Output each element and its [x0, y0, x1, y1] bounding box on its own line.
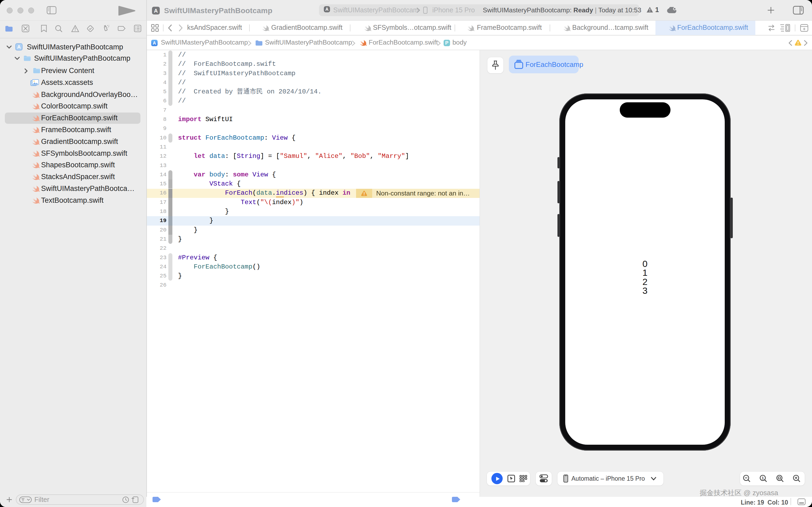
svg-text:1: 1: [762, 476, 764, 480]
